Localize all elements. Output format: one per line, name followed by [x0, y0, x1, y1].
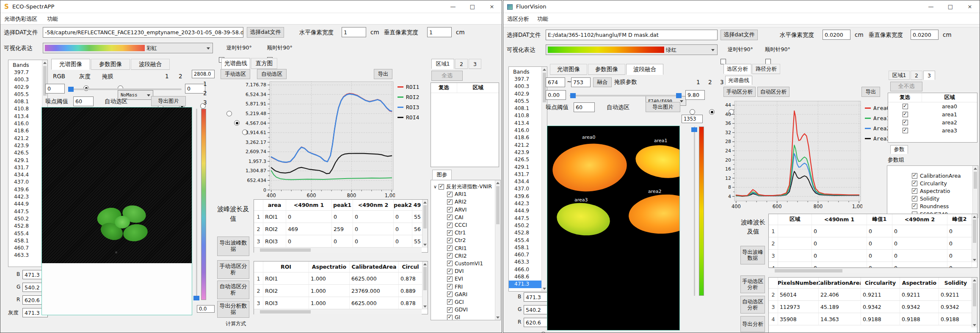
- tab-parameters[interactable]: 参数: [890, 145, 908, 154]
- table-header-cell[interactable]: area: [263, 200, 286, 210]
- shape-table-hscroll[interactable]: [254, 309, 422, 314]
- tree-item[interactable]: EVI: [431, 275, 500, 283]
- table-row[interactable]: 10000: [769, 225, 977, 237]
- param-item[interactable]: Aspectratio: [912, 187, 978, 195]
- menu-pseudocolor-region[interactable]: 光谱伪彩选区: [4, 15, 37, 23]
- colorbar-max-value[interactable]: 1353: [682, 115, 703, 123]
- leaf-image-viewport[interactable]: area0 area1 area2 area3: [547, 126, 680, 330]
- peak-table-hscroll[interactable]: [769, 268, 971, 273]
- table-cell[interactable]: 0: [286, 211, 332, 223]
- menu-region-analysis[interactable]: 选区分析: [507, 15, 529, 23]
- table-cell[interactable]: 259: [332, 223, 353, 235]
- fusion-from-input[interactable]: 674: [546, 77, 565, 87]
- param-item[interactable]: Roundness: [912, 203, 978, 210]
- shape-table-vscroll[interactable]: [972, 278, 977, 327]
- select-all-button[interactable]: 全选: [431, 71, 463, 81]
- range-min-input[interactable]: 0.00: [546, 90, 566, 100]
- table-cell[interactable]: 45.189: [819, 301, 861, 313]
- export-curve-button[interactable]: 导出: [374, 69, 392, 79]
- tree-item[interactable]: CRI2: [431, 252, 500, 260]
- tree-item-checkbox[interactable]: [447, 307, 453, 313]
- table-cell[interactable]: 0: [892, 250, 947, 261]
- table-cell[interactable]: 0: [812, 225, 867, 237]
- tree-item[interactable]: GDVI: [431, 306, 500, 314]
- tree-item[interactable]: Ctr1: [431, 229, 500, 237]
- tree-item[interactable]: CustomVI1: [431, 260, 500, 267]
- tab-spectral-curve[interactable]: 光谱曲线: [221, 58, 250, 69]
- table-header-cell[interactable]: <490nm 1: [812, 214, 867, 225]
- table-row[interactable]: 43590814.3630.91880.91880.9188: [769, 313, 977, 325]
- tree-item-checkbox[interactable]: [447, 299, 453, 305]
- range-max-input[interactable]: 0: [185, 84, 205, 94]
- tree-item-checkbox[interactable]: [447, 284, 453, 289]
- range-slider-handle[interactable]: [68, 87, 74, 92]
- param-checkbox[interactable]: [912, 204, 917, 209]
- tree-item-checkbox[interactable]: [447, 238, 453, 243]
- option1-radio[interactable]: [690, 109, 695, 115]
- tab-histogram[interactable]: 直方图: [251, 58, 277, 69]
- tree-item[interactable]: ARVI: [431, 206, 500, 214]
- table-cell[interactable]: 0: [332, 211, 353, 223]
- auto-region-button[interactable]: 自动区分析: [757, 87, 790, 97]
- range-max-input[interactable]: 9.80: [685, 90, 705, 100]
- table-cell[interactable]: ROI1: [263, 211, 286, 223]
- tree-item-checkbox[interactable]: [447, 269, 453, 274]
- table-cell[interactable]: 0: [394, 223, 412, 235]
- tab-path-analysis[interactable]: 路径分析: [752, 64, 780, 74]
- table-cell[interactable]: 0.9211: [861, 289, 900, 300]
- table-cell[interactable]: 0: [867, 225, 892, 237]
- table-cell[interactable]: 1.000: [309, 297, 350, 309]
- manual-region-button[interactable]: 手动选区: [221, 69, 250, 79]
- table-cell[interactable]: 56014: [778, 289, 819, 300]
- table-header-cell[interactable]: <490nm 1: [286, 200, 332, 210]
- bands-scrollbar[interactable]: [541, 67, 547, 291]
- table-cell[interactable]: ROI3: [263, 297, 309, 309]
- auto-analysis-button[interactable]: 自动选区分析: [217, 281, 249, 299]
- titlebar[interactable]: S ECO-SpectrAPP — □ ×: [0, 0, 502, 13]
- tree-item-checkbox[interactable]: [447, 192, 453, 197]
- table-cell[interactable]: ROI2: [263, 223, 286, 235]
- tab-parameter-image[interactable]: 参数图像: [588, 64, 625, 75]
- tree-item-checkbox[interactable]: [447, 245, 453, 251]
- select-none-button[interactable]: 全不选: [890, 82, 922, 91]
- menu-functions[interactable]: 功能: [47, 15, 58, 23]
- table-cell[interactable]: 55: [412, 211, 422, 223]
- v-pixel-width-input[interactable]: 1: [427, 27, 452, 37]
- param-item[interactable]: Solidity: [912, 195, 978, 203]
- table-cell[interactable]: 0: [947, 250, 972, 261]
- colorbar-slider-track[interactable]: [196, 109, 197, 300]
- table-cell[interactable]: [778, 225, 812, 237]
- table-header-cell[interactable]: peak1: [332, 200, 353, 210]
- tab-parameter-image[interactable]: 参数图像: [91, 59, 130, 70]
- range-slider-track[interactable]: [68, 88, 182, 90]
- dat-file-path-input[interactable]: E:/data/365-1102/huanglu/FM D mask.dat: [546, 30, 718, 40]
- manual-analysis-button[interactable]: 手动选区分析: [217, 260, 249, 279]
- table-cell[interactable]: 0: [867, 250, 892, 261]
- table-cell[interactable]: 0: [812, 262, 867, 268]
- table-header-cell[interactable]: <490nm 2: [353, 200, 394, 210]
- tree-item[interactable]: GARI: [431, 291, 500, 298]
- param-item[interactable]: Circularity: [912, 179, 978, 187]
- table-row[interactable]: 25601422.4060.92110.92110.9211: [769, 289, 977, 301]
- table-cell[interactable]: 0.9211: [939, 289, 973, 300]
- table-header-cell[interactable]: peak2: [394, 200, 412, 210]
- tab-spectral-image[interactable]: 光谱图像: [51, 59, 90, 70]
- table-row[interactable]: 40000: [769, 262, 977, 268]
- region-row[interactable]: area0: [888, 102, 977, 110]
- table-header-cell[interactable]: Aspectratio: [900, 278, 939, 288]
- table-row[interactable]: 3ROI3000055: [254, 235, 428, 248]
- table-cell[interactable]: 0: [394, 211, 412, 223]
- tree-item-checkbox[interactable]: [447, 276, 453, 282]
- table-header-cell[interactable]: Circularity: [861, 278, 900, 288]
- maximize-button[interactable]: □: [941, 0, 960, 13]
- region-tab-2[interactable]: 2: [911, 71, 922, 80]
- table-cell[interactable]: 0: [867, 237, 892, 249]
- table-row[interactable]: 2ROI21.00023769.0000.889: [254, 285, 428, 297]
- export-curve-button[interactable]: 导出: [861, 87, 880, 97]
- peak-table-hscroll[interactable]: [254, 247, 422, 253]
- close-button[interactable]: ×: [960, 0, 980, 13]
- region-checkbox[interactable]: [903, 128, 908, 133]
- tree-item-checkbox[interactable]: [447, 315, 453, 320]
- colorbar-max-value[interactable]: 2808.0: [192, 70, 215, 78]
- export-analysis-button[interactable]: 导出分析数据: [217, 301, 249, 318]
